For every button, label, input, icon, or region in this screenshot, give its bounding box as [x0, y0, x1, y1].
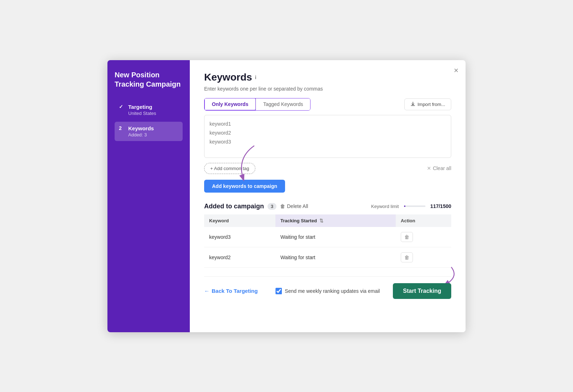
start-tracking-wrapper: Start Tracking	[393, 283, 451, 299]
arrow-left-icon: ←	[204, 288, 210, 294]
trash-icon: 🗑	[280, 203, 285, 209]
footer: ← Back To Targeting Send me weekly ranki…	[204, 276, 451, 299]
keywords-step-num: 2	[119, 125, 125, 131]
page-title: Keywords i	[204, 72, 451, 83]
tabs-row: Only Keywords Tagged Keywords Import fro…	[204, 98, 451, 111]
tabs-container: Only Keywords Tagged Keywords	[204, 98, 310, 111]
campaign-title: Added to campaign	[204, 203, 264, 210]
info-icon[interactable]: i	[255, 74, 256, 80]
close-button[interactable]: ×	[454, 67, 458, 74]
keyword-cell: keyword3	[204, 227, 275, 247]
targeting-header: ✓ Targeting	[119, 104, 178, 110]
keywords-header: 2 Keywords	[119, 125, 178, 131]
add-keywords-button[interactable]: Add keywords to campaign	[204, 180, 285, 193]
sidebar-item-targeting[interactable]: ✓ Targeting United States	[115, 100, 183, 120]
table-header-row: Keyword Tracking Started ⇅ Action	[204, 214, 451, 227]
col-tracking-started: Tracking Started ⇅	[275, 214, 396, 227]
targeting-sub: United States	[119, 111, 178, 116]
keyword-limit-area: Keyword limit 117/1500	[371, 203, 451, 209]
col-keyword: Keyword	[204, 214, 275, 227]
email-check-row: Send me weekly ranking updates via email	[275, 288, 380, 294]
delete-row-button-0[interactable]: 🗑	[401, 232, 413, 242]
col-action: Action	[396, 214, 451, 227]
modal-wrapper: New Position Tracking Campaign ✓ Targeti…	[107, 60, 466, 332]
limit-bar-fill	[404, 205, 406, 207]
keywords-textarea[interactable]	[204, 115, 451, 158]
action-cell: 🗑	[396, 247, 451, 267]
keyword-cell: keyword2	[204, 247, 275, 267]
check-icon: ✓	[119, 104, 125, 110]
table-row: keyword3 Waiting for start 🗑	[204, 227, 451, 247]
import-button[interactable]: Import from...	[404, 98, 451, 110]
campaign-title-row: Added to campaign 3 🗑 Delete All	[204, 203, 308, 210]
page-subtitle: Enter keywords one per line or separated…	[204, 86, 451, 92]
arrow-area: Add keywords to campaign	[204, 180, 451, 193]
page-title-text: Keywords	[204, 72, 252, 83]
keywords-label: Keywords	[128, 125, 154, 131]
status-cell: Waiting for start	[275, 227, 396, 247]
start-tracking-button[interactable]: Start Tracking	[393, 283, 451, 299]
actions-row: + Add common tag ✕ Clear all	[204, 163, 451, 174]
keywords-sub: Added: 3	[119, 132, 178, 137]
action-cell: 🗑	[396, 227, 451, 247]
table-head: Keyword Tracking Started ⇅ Action	[204, 214, 451, 227]
download-icon	[410, 102, 415, 107]
table-body: keyword3 Waiting for start 🗑 keyword2 Wa…	[204, 227, 451, 268]
clear-all-button[interactable]: ✕ Clear all	[427, 165, 451, 171]
delete-all-button[interactable]: 🗑 Delete All	[280, 203, 308, 209]
keyword-limit-value: 117/1500	[430, 203, 451, 209]
keywords-table: Keyword Tracking Started ⇅ Action keywor…	[204, 214, 451, 268]
email-label: Send me weekly ranking updates via email	[285, 288, 380, 294]
campaign-badge: 3	[268, 203, 276, 210]
add-tag-button[interactable]: + Add common tag	[204, 163, 255, 174]
main-content: × Keywords i Enter keywords one per line…	[190, 60, 466, 332]
clear-x-icon: ✕	[427, 165, 431, 171]
sidebar-item-keywords[interactable]: 2 Keywords Added: 3	[115, 122, 183, 141]
sidebar: New Position Tracking Campaign ✓ Targeti…	[107, 60, 190, 332]
email-checkbox[interactable]	[275, 288, 282, 294]
keyword-limit-label: Keyword limit	[371, 204, 399, 209]
tab-tagged-keywords[interactable]: Tagged Keywords	[256, 98, 310, 110]
campaign-section-header: Added to campaign 3 🗑 Delete All Keyword…	[204, 203, 451, 210]
sort-icon[interactable]: ⇅	[319, 218, 323, 223]
back-button[interactable]: ← Back To Targeting	[204, 288, 258, 294]
status-cell: Waiting for start	[275, 247, 396, 267]
table-row: keyword2 Waiting for start 🗑	[204, 247, 451, 267]
tab-only-keywords[interactable]: Only Keywords	[204, 98, 256, 111]
targeting-label: Targeting	[128, 104, 152, 110]
delete-row-button-1[interactable]: 🗑	[401, 252, 413, 262]
limit-bar-bg	[404, 205, 425, 207]
sidebar-title: New Position Tracking Campaign	[115, 70, 183, 89]
